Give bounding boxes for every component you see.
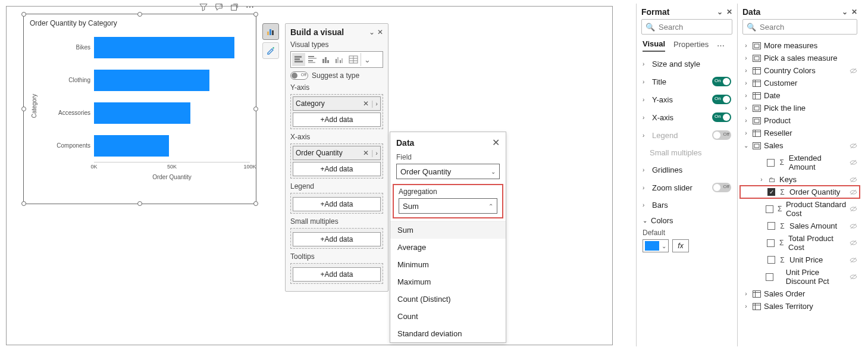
xaxis-add-data-button[interactable]: +Add data xyxy=(293,162,381,176)
tab-visual[interactable]: Visual xyxy=(643,39,665,52)
field-sales-amount[interactable]: ΣSales Amount xyxy=(740,220,860,232)
close-icon[interactable]: ✕ xyxy=(726,8,732,16)
more-icon[interactable]: ⋯ xyxy=(245,2,255,12)
remove-field-icon[interactable]: ✕ xyxy=(363,149,369,157)
format-group-legend[interactable]: ›LegendOff xyxy=(637,126,737,144)
aggregation-option[interactable]: Maximum xyxy=(390,273,506,290)
field-menu-icon[interactable]: › xyxy=(375,149,378,157)
format-group-size-and-style[interactable]: ›Size and style xyxy=(637,55,737,73)
format-group-bars[interactable]: ›Bars xyxy=(637,196,737,214)
comment-icon[interactable] xyxy=(214,2,224,12)
svg-rect-41 xyxy=(753,130,761,136)
aggregation-combo[interactable]: Sum ⌃ xyxy=(399,198,497,214)
aggregation-option[interactable]: Minimum xyxy=(390,256,506,273)
bar[interactable] xyxy=(94,102,190,124)
table-pick-a-sales-measure[interactable]: ›Pick a sales measure xyxy=(740,52,860,64)
table-pick-the-line[interactable]: ›Pick the line xyxy=(740,102,860,114)
close-icon[interactable]: ✕ xyxy=(851,8,857,16)
close-icon[interactable]: ✕ xyxy=(492,137,500,148)
table-product[interactable]: ›Product xyxy=(740,114,860,127)
aggregation-option[interactable]: Count (Distinct) xyxy=(390,290,506,308)
remove-field-icon[interactable]: ✕ xyxy=(363,99,369,108)
chevron-down-icon[interactable]: ⌄ xyxy=(369,28,375,36)
build-visual-icon[interactable] xyxy=(262,23,279,40)
table-date[interactable]: ›Date xyxy=(740,89,860,102)
table-more-measures[interactable]: ›More measures xyxy=(740,39,860,52)
more-icon[interactable]: ⋯ xyxy=(717,41,725,50)
chevron-down-icon[interactable]: ⌄ xyxy=(842,8,848,16)
aggregation-option[interactable]: Sum xyxy=(390,221,506,239)
small-multiples-add-data-button[interactable]: +Add data xyxy=(293,232,381,246)
aggregation-option[interactable]: Standard deviation xyxy=(390,325,506,342)
yaxis-field-chip[interactable]: Category ✕ | › xyxy=(293,96,381,111)
toggle-switch[interactable]: On xyxy=(712,95,731,104)
field-product-standard-cost[interactable]: ΣProduct Standard Cost xyxy=(740,198,860,220)
field-checkbox[interactable] xyxy=(767,239,775,247)
suggest-type-toggle[interactable]: Off xyxy=(290,71,308,80)
field-checkbox[interactable] xyxy=(767,256,775,264)
legend-field-well[interactable]: +Add data xyxy=(290,193,383,214)
field-menu-icon[interactable]: › xyxy=(375,100,378,107)
visual-type-column[interactable] xyxy=(319,53,333,66)
field-unit-price-discount-pct[interactable]: Unit Price Discount Pct xyxy=(740,266,860,288)
tab-properties[interactable]: Properties xyxy=(673,40,709,51)
field-checkbox[interactable] xyxy=(767,222,775,230)
field-order-quantity[interactable]: ✓ΣOrder Quantity xyxy=(740,186,860,198)
chevron-down-icon[interactable]: ⌄ xyxy=(643,217,647,224)
toggle-switch[interactable]: Off xyxy=(712,130,731,140)
visual-types-more[interactable]: ⌄ xyxy=(361,53,374,66)
aggregation-option[interactable]: Average xyxy=(390,239,506,256)
popout-icon[interactable] xyxy=(230,2,239,12)
format-group-zoom-slider[interactable]: ›Zoom sliderOff xyxy=(637,179,737,196)
visual-frame[interactable]: ⋯ Order Quantity by Category Category Bi… xyxy=(23,14,256,204)
format-group-title[interactable]: ›TitleOn xyxy=(637,73,737,90)
fx-button[interactable]: fx xyxy=(672,239,689,252)
visual-type-stacked-bar[interactable] xyxy=(292,53,305,66)
format-group-x-axis[interactable]: ›X-axisOn xyxy=(637,108,737,126)
bar[interactable] xyxy=(94,70,209,91)
visual-type-table[interactable] xyxy=(347,53,360,66)
format-paintbrush-icon[interactable] xyxy=(262,42,279,59)
field-keys[interactable]: ›🗀Keys xyxy=(740,173,860,186)
visual-type-clustered-column[interactable] xyxy=(333,53,346,66)
bar[interactable] xyxy=(94,37,234,58)
xaxis-field-well[interactable]: Order Quantity ✕ | › +Add data xyxy=(290,143,383,179)
toggle-switch[interactable]: On xyxy=(712,112,731,122)
search-icon: 🔍 xyxy=(645,23,655,32)
table-customer[interactable]: ›Customer xyxy=(740,77,860,89)
yaxis-field-well[interactable]: Category ✕ | › +Add data xyxy=(290,94,383,129)
toggle-switch[interactable]: Off xyxy=(712,183,731,192)
field-unit-price[interactable]: ΣUnit Price xyxy=(740,254,860,266)
table-sales-order[interactable]: ›Sales Order xyxy=(740,288,860,300)
bar[interactable] xyxy=(94,135,169,157)
small-multiples-field-well[interactable]: +Add data xyxy=(290,228,383,249)
visual-type-clustered-bar[interactable] xyxy=(306,53,319,66)
filter-icon[interactable] xyxy=(199,2,208,12)
toggle-switch[interactable]: On xyxy=(712,77,731,86)
yaxis-add-data-button[interactable]: +Add data xyxy=(293,112,381,127)
field-checkbox[interactable]: ✓ xyxy=(767,188,775,196)
chevron-down-icon[interactable]: ⌄ xyxy=(717,8,723,16)
field-checkbox[interactable] xyxy=(767,159,775,167)
xaxis-field-chip[interactable]: Order Quantity ✕ | › xyxy=(293,146,381,160)
format-group-y-axis[interactable]: ›Y-axisOn xyxy=(637,90,737,108)
field-checkbox[interactable] xyxy=(766,205,773,213)
aggregation-option[interactable]: Count xyxy=(390,308,506,325)
field-extended-amount[interactable]: ΣExtended Amount xyxy=(740,152,860,173)
tooltips-field-well[interactable]: +Add data xyxy=(290,263,383,284)
field-total-product-cost[interactable]: ΣTotal Product Cost xyxy=(740,232,860,254)
format-group-small-multiples[interactable]: Small multiples xyxy=(637,144,737,161)
table-sales-territory[interactable]: ›Sales Territory xyxy=(740,300,860,312)
data-search-input[interactable]: 🔍 Search xyxy=(742,19,857,35)
color-picker[interactable]: ⌄ xyxy=(643,239,669,252)
table-sales[interactable]: ⌄Sales xyxy=(740,139,860,152)
tooltips-add-data-button[interactable]: +Add data xyxy=(293,267,381,282)
format-group-gridlines[interactable]: ›Gridlines xyxy=(637,161,737,179)
legend-add-data-button[interactable]: +Add data xyxy=(293,197,381,211)
table-reseller[interactable]: ›Reseller xyxy=(740,127,860,139)
field-combo[interactable]: Order Quantity ⌄ xyxy=(396,164,500,179)
format-search-input[interactable]: 🔍 Search xyxy=(641,19,732,35)
field-checkbox[interactable] xyxy=(766,273,773,281)
table-country-colors[interactable]: ›Country Colors xyxy=(740,64,860,77)
close-icon[interactable]: ✕ xyxy=(377,28,383,36)
